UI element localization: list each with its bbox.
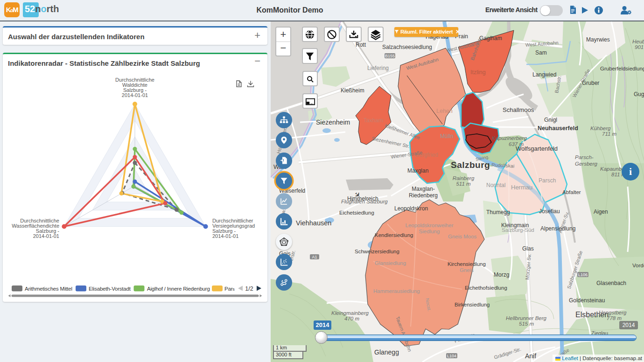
svg-text:Glansiedlung: Glansiedlung (375, 260, 406, 266)
svg-text:Goldensteinau: Goldensteinau (569, 297, 605, 304)
svg-text:Arithmetisches Mittel: Arithmetisches Mittel (25, 286, 72, 292)
svg-text:Schweizersiedlung: Schweizersiedlung (355, 249, 399, 254)
svg-text:Nonntal: Nonntal (486, 182, 505, 188)
svg-text:Siedlung: Siedlung (419, 229, 440, 234)
svg-text:Gnigl: Gnigl (544, 117, 557, 123)
svg-text:Mülln: Mülln (440, 133, 454, 139)
svg-text:711 m: 711 m (602, 131, 617, 137)
svg-text:Thumegg: Thumegg (486, 209, 510, 216)
svg-text:Siezenheim: Siezenheim (316, 118, 350, 126)
svg-text:L104: L104 (447, 354, 456, 358)
svg-text:Anif: Anif (525, 352, 536, 360)
svg-text:Morzg: Morzg (494, 272, 509, 278)
svg-text:778 m: 778 m (607, 315, 622, 321)
svg-text:B155: B155 (385, 54, 395, 58)
svg-text:Kleßheim: Kleßheim (341, 87, 364, 94)
svg-text:Aiglhof / Innere Riedenburg: Aiglhof / Innere Riedenburg (147, 286, 210, 292)
svg-text:Heub: Heub (632, 39, 644, 44)
svg-text:515 m: 515 m (519, 321, 534, 327)
svg-text:Salzburg: Salzburg (451, 160, 490, 170)
svg-text:Riedenberg: Riedenberg (409, 192, 438, 199)
svg-text:Itzling: Itzling (470, 69, 486, 76)
svg-text:Salzachseesiedlung: Salzachseesiedlung (382, 44, 432, 50)
svg-text:901: 901 (635, 44, 644, 50)
svg-text:2014-01-01: 2014-01-01 (33, 233, 59, 239)
svg-text:Schallmoos: Schallmoos (503, 106, 534, 113)
svg-text:Hengstberg: Hengstberg (599, 310, 627, 315)
svg-text:Leopoldskronweiher: Leopoldskronweiher (406, 223, 454, 228)
svg-text:Glasenbach: Glasenbach (596, 280, 626, 286)
svg-text:Kleingmainberg: Kleingmainberg (331, 310, 369, 316)
svg-text:Aigen: Aigen (594, 209, 608, 215)
svg-text:470 m: 470 m (344, 316, 359, 321)
svg-text:Kendlersiedlung: Kendlersiedlung (375, 232, 413, 238)
svg-text:Gugg: Gugg (634, 91, 644, 97)
svg-text:Kapuzinerberg: Kapuzinerberg (492, 135, 527, 141)
svg-text:Pars: Pars (224, 286, 235, 292)
svg-text:Hermau: Hermau (511, 184, 532, 191)
svg-text:Langwied: Langwied (532, 71, 556, 78)
svg-text:Rainberg: Rainberg (453, 175, 475, 181)
svg-text:Kühberg: Kühberg (590, 125, 611, 131)
svg-text:Glanegg: Glanegg (374, 348, 399, 356)
svg-text:Maxglan-: Maxglan- (412, 186, 434, 192)
svg-text:Gruberfeldsiedlung: Gruberfeldsiedlung (600, 66, 644, 71)
svg-text:Hellbrunner Berg: Hellbrunner Berg (506, 315, 547, 321)
svg-text:Eichetsiedlung: Eichetsiedlung (339, 210, 374, 216)
svg-text:Vorder: Vorder (632, 263, 644, 268)
svg-text:L106: L106 (578, 272, 588, 277)
svg-text:Josefiau: Josefiau (539, 208, 560, 215)
svg-text:Kirchensiedlung: Kirchensiedlung (448, 261, 486, 267)
svg-text:Liefering: Liefering (367, 65, 389, 71)
svg-text:Eichethofsiedlung: Eichethofsiedlung (465, 285, 507, 291)
svg-text:Leopoldskron: Leopoldskron (394, 205, 428, 212)
svg-text:A1: A1 (312, 255, 317, 259)
svg-text:Neuhauserfeld: Neuhauserfeld (538, 125, 578, 132)
svg-text:Gersberg: Gersberg (575, 161, 598, 167)
svg-text:Rott: Rott (356, 42, 366, 48)
svg-text:Birkensiedlung: Birkensiedlung (455, 302, 490, 307)
svg-text:Gneis Moos: Gneis Moos (448, 234, 477, 239)
svg-text:Mayrwies: Mayrwies (586, 36, 610, 43)
svg-text:Viehhausen: Viehhausen (296, 219, 331, 227)
svg-text:Glas: Glas (522, 245, 534, 252)
svg-text:Sam: Sam (535, 49, 547, 56)
svg-text:511 m: 511 m (456, 181, 471, 187)
svg-text:637 m: 637 m (509, 141, 524, 147)
svg-text:Salzburg-Süd: Salzburg-Süd (502, 227, 534, 233)
svg-text:Parsch: Parsch (539, 177, 556, 184)
svg-text:Flughafen Salzburg: Flughafen Salzburg (341, 199, 388, 204)
svg-text:2014-01-01: 2014-01-01 (122, 92, 148, 98)
svg-text:Hammerausiedlung: Hammerausiedlung (373, 288, 420, 294)
svg-text:Rudolfskai: Rudolfskai (491, 162, 515, 169)
svg-text:Parsch-: Parsch- (575, 154, 594, 160)
svg-text:Elisabeth-Vorstadt: Elisabeth-Vorstadt (89, 286, 131, 292)
svg-text:2014-01-01: 2014-01-01 (212, 233, 238, 239)
svg-text:Maxglan: Maxglan (407, 167, 428, 174)
svg-text:Gneis: Gneis (460, 267, 474, 273)
svg-text:Taxham: Taxham (364, 117, 383, 124)
svg-text:Lehen: Lehen (436, 108, 453, 114)
svg-text:1/2: 1/2 (245, 285, 253, 292)
svg-text:Abfalter: Abfalter (562, 189, 581, 195)
